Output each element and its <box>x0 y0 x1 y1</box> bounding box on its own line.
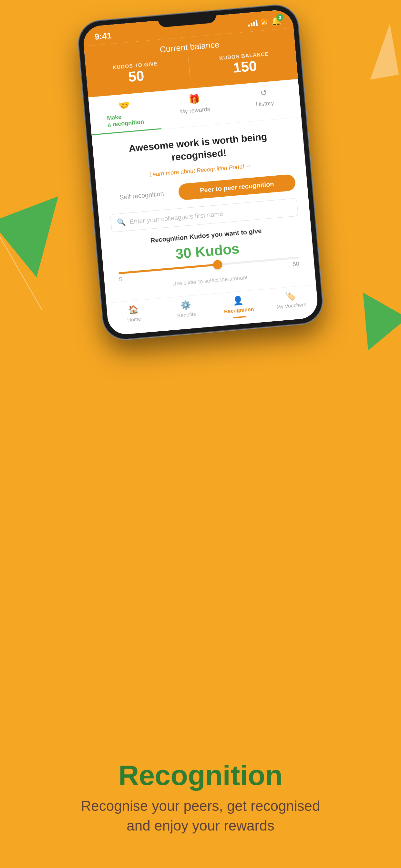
kudos-balance: KUDOS BALANCE 150 <box>219 51 271 77</box>
recognition-nav-icon: 👤 <box>233 295 244 306</box>
tab-my-rewards[interactable]: 🎁 My rewards <box>158 85 232 129</box>
status-icons: 📶 🔔 3 <box>248 16 281 28</box>
nav-home-label: Home <box>127 316 141 323</box>
bottom-subtitle: Recognise your peers, get recognisedand … <box>26 796 375 836</box>
phone-screen: 9:41 📶 🔔 3 Current b <box>82 9 319 336</box>
nav-benefits[interactable]: ⚙️ Benefits <box>159 298 213 325</box>
slider-max: 50 <box>292 260 300 268</box>
bottom-section: Recognition Recognise your peers, get re… <box>0 735 401 868</box>
decorative-triangle-left <box>0 181 58 277</box>
learn-more-anchor[interactable]: Learn more about Recognition Portal → <box>149 163 252 178</box>
history-icon: ↺ <box>260 88 268 98</box>
nav-home[interactable]: 🏠 Home <box>106 303 161 330</box>
active-nav-indicator <box>233 316 246 318</box>
benefits-icon: ⚙️ <box>180 300 191 311</box>
nav-recognition[interactable]: 👤 Recognition <box>212 293 266 320</box>
phone-frame: 9:41 📶 🔔 3 Current b <box>77 4 323 341</box>
decorative-triangle-top-right <box>361 24 399 80</box>
phone-mockup: 9:41 📶 🔔 3 Current b <box>77 4 323 341</box>
decorative-triangle-bottom-right <box>363 289 401 351</box>
search-input-placeholder[interactable]: Enter your colleague's first name <box>129 210 224 225</box>
self-recognition-button[interactable]: Self recognition <box>109 189 175 203</box>
slider-min: 5 <box>119 276 123 283</box>
app-content: Awesome work is worth being recognised! … <box>92 118 316 303</box>
notification-bell-container: 🔔 3 <box>271 16 282 27</box>
vouchers-icon: 🏷️ <box>285 290 297 302</box>
nav-vouchers-label: My Vouchers <box>276 302 307 310</box>
tab-make-recognition-label: Makea recognition <box>107 112 144 128</box>
search-icon: 🔍 <box>117 218 126 227</box>
tab-make-recognition[interactable]: 🤝 Makea recognition <box>88 91 161 135</box>
tab-history[interactable]: ↺ History <box>228 79 301 123</box>
tab-my-rewards-label: My rewards <box>180 106 210 115</box>
nav-vouchers[interactable]: 🏷️ My Vouchers <box>264 289 318 315</box>
peer-recognition-button[interactable]: Peer to peer recognition <box>178 174 296 200</box>
tab-history-label: History <box>256 100 274 108</box>
kudos-section: Recognition Kudos you want to give 30 Ku… <box>112 224 304 292</box>
nav-benefits-label: Benefits <box>177 311 196 319</box>
balance-divider <box>188 58 190 80</box>
kudos-to-give: KUDOS TO GIVE 50 <box>113 61 159 86</box>
nav-recognition-label: Recognition <box>224 306 254 315</box>
make-recognition-icon: 🤝 <box>118 100 130 112</box>
my-rewards-icon: 🎁 <box>188 94 200 105</box>
home-icon: 🏠 <box>128 305 139 315</box>
signal-bars-icon <box>248 20 258 26</box>
wifi-icon: 📶 <box>260 19 268 26</box>
bottom-title: Recognition <box>26 761 375 789</box>
status-time: 9:41 <box>94 30 112 42</box>
